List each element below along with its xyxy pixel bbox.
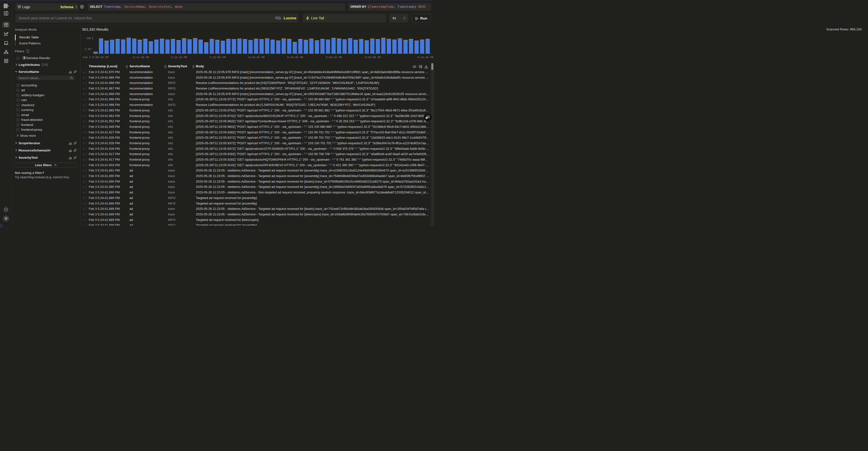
svg-text:10K: 10K — [86, 37, 91, 40]
svg-text:5:24:30 PM: 5:24:30 PM — [417, 56, 433, 59]
svg-text:5:13:15 PM: 5:13:15 PM — [171, 56, 187, 59]
svg-text:5:18:30 PM: 5:18:30 PM — [287, 56, 303, 59]
svg-text:Feb 3 5:09:30 PM: Feb 3 5:09:30 PM — [83, 56, 108, 59]
svg-text:2.5K: 2.5K — [85, 48, 91, 51]
svg-text:5:20:15 PM: 5:20:15 PM — [326, 56, 342, 59]
svg-text:5:11:30 PM: 5:11:30 PM — [133, 56, 149, 59]
svg-text:5:15:00 PM: 5:15:00 PM — [210, 56, 225, 59]
svg-text:5:16:45 PM: 5:16:45 PM — [249, 56, 265, 59]
svg-text:?: ? — [5, 208, 6, 211]
svg-text:5:22:00 PM: 5:22:00 PM — [365, 56, 381, 59]
